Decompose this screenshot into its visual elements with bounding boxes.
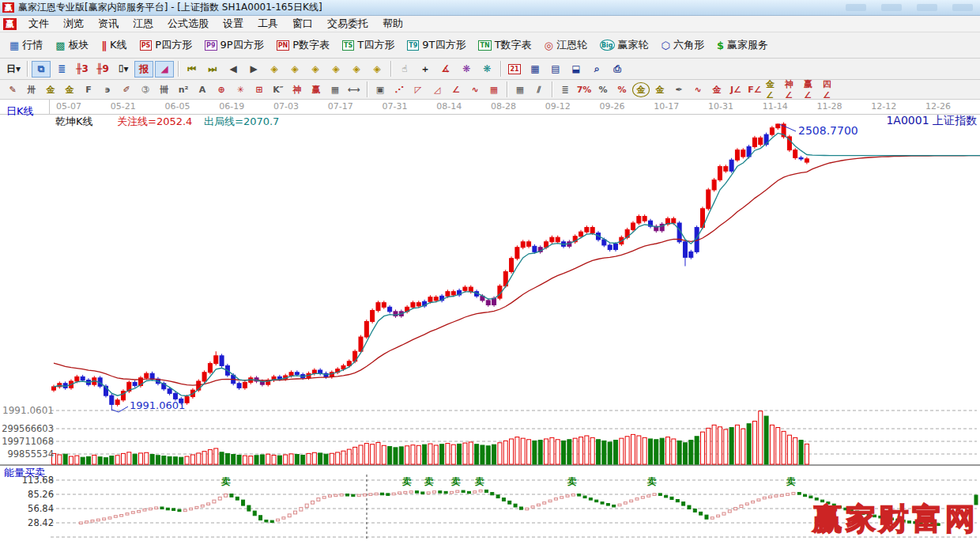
menu-item-浏览[interactable]: 浏览	[56, 16, 91, 32]
draw-wave-tool[interactable]: ∿	[466, 82, 484, 97]
tool-bars-3[interactable]: ╫3	[73, 61, 92, 78]
tool-prev-bar[interactable]: ◀	[224, 61, 243, 78]
menu-item-江恩[interactable]: 江恩	[126, 16, 160, 32]
toolbar-button-quotes[interactable]: ▦行情	[3, 35, 49, 56]
draw-spiral-tool[interactable]: ϶	[99, 82, 116, 97]
draw-hatch-lines[interactable]: 卅	[23, 82, 40, 97]
tool-period-dropdown[interactable]: 日▾	[4, 61, 23, 78]
indicator-bar-down	[259, 516, 262, 520]
menu-item-设置[interactable]: 设置	[216, 16, 251, 32]
draw-gold-tool-a[interactable]: 金	[42, 82, 59, 97]
draw-gold-line[interactable]: 金	[651, 82, 669, 97]
draw-ray-fan[interactable]: ⋰	[390, 82, 408, 97]
draw-gold-red[interactable]: 金	[708, 82, 726, 97]
draw-gann-compass[interactable]: ⊕	[213, 82, 230, 97]
draw-pct-line[interactable]: %	[613, 82, 631, 97]
draw-grid-123[interactable]: ▦	[326, 82, 344, 97]
draw-brush[interactable]: ✐	[118, 82, 135, 97]
draw-angle-four[interactable]: 四∠	[822, 82, 839, 97]
tool-first-page[interactable]: ⏮	[183, 61, 202, 78]
draw-scale-tool[interactable]: ≣	[556, 82, 574, 97]
tool-pan-hand[interactable]: ☝	[395, 61, 414, 78]
draw-angle-j[interactable]: J∠	[727, 82, 744, 97]
draw-parallel-lines[interactable]: ⫽	[530, 82, 548, 97]
tool-next-bar[interactable]: ▶	[244, 61, 263, 78]
draw-fan-box-a[interactable]: ◸	[409, 82, 427, 97]
draw-trend-angle[interactable]: ∠	[447, 82, 465, 97]
tool-zoom-right[interactable]: ◈	[285, 61, 304, 78]
toolbar-button-winner-wheel[interactable]: Big赢家轮	[594, 35, 655, 56]
tool-calculator[interactable]: ▦	[526, 61, 545, 78]
tool-chart-layout[interactable]: ⧉	[32, 61, 51, 78]
draw-n-square[interactable]: n²	[175, 82, 192, 97]
tool-angle-measure[interactable]: ∡	[436, 61, 455, 78]
indicator-bar-down	[178, 509, 181, 512]
tool-pc-search[interactable]: ⌕	[587, 61, 606, 78]
toolbar-button-hexagon[interactable]: ⬡六角形	[655, 35, 710, 56]
tool-zoom-all[interactable]: ◈	[368, 61, 386, 78]
draw-ying-tool[interactable]: 赢	[307, 82, 325, 97]
draw-gold-circle[interactable]: 金	[632, 82, 650, 97]
draw-red-grid[interactable]: ▦	[485, 82, 503, 97]
tool-qiankun-formula[interactable]: 报	[134, 61, 153, 78]
draw-gold-tool-b[interactable]: 金	[61, 82, 78, 97]
chart-canvas[interactable]	[0, 100, 980, 539]
indicator-bar-down	[166, 508, 169, 510]
volume-bar-up	[382, 445, 386, 464]
draw-angle-shen[interactable]: 神∠	[784, 82, 801, 97]
tool-zoom-h-expand[interactable]: ◈	[306, 61, 325, 78]
tool-zoom-h-shrink[interactable]: ◈	[326, 61, 345, 78]
toolbar-button-9t-square[interactable]: T99T四方形	[401, 35, 472, 56]
draw-shen-tool[interactable]: 神	[288, 82, 306, 97]
tool-color-levels[interactable]: ◢	[155, 61, 174, 78]
menu-item-帮助[interactable]: 帮助	[375, 16, 410, 32]
draw-pct[interactable]: %	[594, 82, 612, 97]
tool-crosshair[interactable]: ＋	[416, 61, 435, 78]
draw-width-arrows[interactable]: ⟷	[345, 82, 363, 97]
menu-item-交易委托[interactable]: 交易委托	[320, 16, 375, 32]
tool-zoom-left[interactable]: ◈	[265, 61, 284, 78]
menu-item-资讯[interactable]: 资讯	[91, 16, 126, 32]
menu-item-窗口[interactable]: 窗口	[285, 16, 320, 32]
menu-item-工具[interactable]: 工具	[251, 16, 285, 32]
toolbar-button-winner-service[interactable]: $赢家服务	[710, 35, 775, 56]
tool-gann-net-teal[interactable]: ❋	[477, 61, 496, 78]
draw-pct-7[interactable]: 7%	[575, 82, 593, 97]
draw-box-select[interactable]: ▣	[371, 82, 389, 97]
tool-save[interactable]: ⬓	[567, 61, 586, 78]
draw-hatch-dense[interactable]: 卌	[156, 82, 173, 97]
toolbar-button-t-number[interactable]: TNT数字表	[472, 35, 537, 56]
toolbar-button-sectors[interactable]: ▩板块	[49, 35, 95, 56]
toolbar-button-gann-wheel[interactable]: ◎江恩轮	[538, 35, 594, 56]
tool-notes[interactable]: ▤	[546, 61, 565, 78]
draw-angle-f[interactable]: F∠	[746, 82, 763, 97]
draw-k-quote[interactable]: K″	[270, 82, 287, 97]
draw-wave-a[interactable]: A	[194, 82, 211, 97]
draw-circle-3[interactable]: ➂	[137, 82, 154, 97]
draw-grid-b[interactable]: ▦	[511, 82, 529, 97]
tool-last-page[interactable]: ⏭	[203, 61, 222, 78]
toolbar-button-p-square[interactable]: PSP四方形	[134, 35, 198, 56]
draw-wave-avg[interactable]: ∿	[689, 82, 707, 97]
toolbar-button-t-square[interactable]: TST四方形	[336, 35, 401, 56]
tool-candle-style-dropdown[interactable]: ⌷▾	[114, 61, 133, 78]
draw-pencil[interactable]: ✎	[4, 82, 21, 97]
draw-gann-web[interactable]: ✳	[232, 82, 249, 97]
toolbar-button-p-number[interactable]: PNP数字表	[270, 35, 336, 56]
menu-item-文件[interactable]: 文件	[21, 16, 56, 32]
tool-zoom-v[interactable]: ◈	[347, 61, 366, 78]
draw-ink-pen[interactable]: ✒	[670, 82, 688, 97]
draw-angle-ying[interactable]: 赢∠	[803, 82, 820, 97]
draw-fan-box-b[interactable]: ◿	[428, 82, 446, 97]
menu-item-公式选股[interactable]: 公式选股	[160, 16, 216, 32]
draw-angle-gold[interactable]: 金∠	[765, 82, 782, 97]
toolbar-button-9p-square[interactable]: P99P四方形	[198, 35, 270, 56]
draw-f-tool[interactable]: F	[80, 82, 97, 97]
draw-gann-box-web[interactable]: ⊞	[251, 82, 268, 97]
toolbar-button-kline[interactable]: ∥K线	[96, 35, 134, 56]
tool-pc-print[interactable]: ⎙	[608, 61, 627, 78]
tool-info-doc[interactable]: ≣	[52, 61, 71, 78]
tool-calendar[interactable]: 21	[505, 61, 524, 78]
tool-gann-net-purple[interactable]: ❋	[457, 61, 476, 78]
tool-bars-9[interactable]: ╫9	[93, 61, 112, 78]
